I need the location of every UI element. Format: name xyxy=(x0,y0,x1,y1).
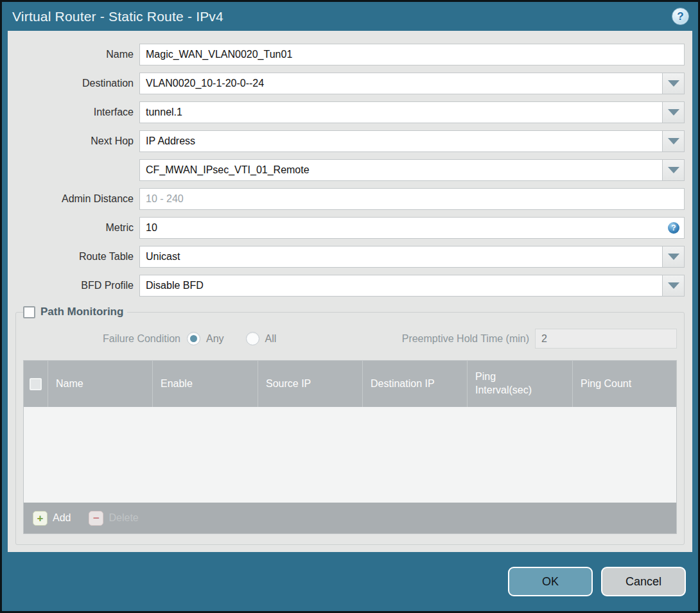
next-hop-type-input[interactable] xyxy=(139,130,663,152)
table-header-source-ip[interactable]: Source IP xyxy=(258,361,362,407)
radio-all-icon[interactable] xyxy=(246,332,259,345)
delete-button-label: Delete xyxy=(109,512,138,524)
destination-dropdown-button[interactable] xyxy=(663,73,685,94)
minus-icon: − xyxy=(89,511,103,526)
interface-label: Interface xyxy=(15,107,139,118)
dialog-title: Virtual Router - Static Route - IPv4 xyxy=(12,9,223,24)
bfd-profile-input[interactable] xyxy=(139,275,663,297)
radio-any-icon[interactable] xyxy=(187,332,200,345)
interface-input[interactable] xyxy=(139,101,663,123)
bfd-profile-label: BFD Profile xyxy=(15,280,139,291)
table-header-ping-interval[interactable]: Ping Interval(sec) xyxy=(467,361,572,407)
add-button[interactable]: + Add xyxy=(33,511,71,526)
table-header-enable[interactable]: Enable xyxy=(152,361,258,407)
chevron-down-icon xyxy=(668,282,679,289)
preemptive-hold-time-label: Preemptive Hold Time (min) xyxy=(402,333,535,345)
table-body-empty xyxy=(24,407,676,503)
failure-condition-row: Failure Condition Any All Preemptive Hol… xyxy=(23,329,677,349)
name-input[interactable] xyxy=(139,44,685,65)
route-table-label: Route Table xyxy=(15,251,139,263)
form-row-route-table: Route Table xyxy=(15,246,685,268)
form-row-next-hop: Next Hop xyxy=(15,130,685,152)
next-hop-label: Next Hop xyxy=(15,135,139,147)
cancel-button[interactable]: Cancel xyxy=(601,567,686,596)
path-monitoring-section: Path Monitoring Failure Condition Any Al… xyxy=(15,306,685,545)
metric-help-icon[interactable]: ? xyxy=(668,222,679,234)
title-bar: Virtual Router - Static Route - IPv4 ? xyxy=(2,2,698,31)
select-all-checkbox[interactable] xyxy=(30,378,42,390)
delete-button[interactable]: − Delete xyxy=(89,511,138,526)
form-row-bfd-profile: BFD Profile xyxy=(15,275,685,297)
ok-button[interactable]: OK xyxy=(508,567,593,596)
failure-condition-label: Failure Condition xyxy=(23,333,187,345)
form-row-destination: Destination xyxy=(15,73,685,94)
form-row-interface: Interface xyxy=(15,101,685,123)
path-monitoring-legend: Path Monitoring xyxy=(23,306,127,318)
next-hop-address-dropdown-button[interactable] xyxy=(663,159,685,181)
radio-option-any[interactable]: Any xyxy=(187,332,224,345)
chevron-down-icon xyxy=(668,80,679,87)
bfd-profile-dropdown-button[interactable] xyxy=(663,275,685,297)
radio-all-label: All xyxy=(265,333,277,345)
dialog-body: Name Destination Interface xyxy=(8,31,692,552)
plus-icon: + xyxy=(33,511,48,526)
radio-any-label: Any xyxy=(206,333,224,345)
dialog-frame: Virtual Router - Static Route - IPv4 ? N… xyxy=(2,2,698,611)
radio-option-all[interactable]: All xyxy=(246,332,277,345)
route-table-input[interactable] xyxy=(139,246,663,268)
path-monitoring-checkbox[interactable] xyxy=(23,306,35,318)
admin-distance-input[interactable] xyxy=(139,188,685,210)
table-header-ping-count[interactable]: Ping Count xyxy=(572,361,676,407)
table-toolbar: + Add − Delete xyxy=(24,503,676,533)
form-row-name: Name xyxy=(15,44,685,65)
chevron-down-icon xyxy=(668,138,679,144)
table-header-name[interactable]: Name xyxy=(48,361,152,407)
chevron-down-icon xyxy=(668,167,679,173)
table-header-row: Name Enable Source IP Destination IP Pin xyxy=(24,361,676,407)
preemptive-hold-time-group: Preemptive Hold Time (min) xyxy=(402,329,677,349)
interface-dropdown-button[interactable] xyxy=(663,101,685,123)
route-table-dropdown-button[interactable] xyxy=(663,246,685,268)
chevron-down-icon xyxy=(668,254,679,260)
destination-label: Destination xyxy=(15,78,139,89)
path-monitoring-table: Name Enable Source IP Destination IP Pin xyxy=(23,360,677,534)
help-icon[interactable]: ? xyxy=(672,8,689,25)
admin-distance-label: Admin Distance xyxy=(15,193,139,205)
metric-input[interactable] xyxy=(139,217,685,239)
metric-label: Metric xyxy=(15,222,139,234)
name-label: Name xyxy=(15,49,139,60)
add-button-label: Add xyxy=(53,512,71,524)
table-header-checkbox-cell xyxy=(24,361,48,407)
next-hop-dropdown-button[interactable] xyxy=(663,130,685,152)
form-row-admin-distance: Admin Distance xyxy=(15,188,685,210)
next-hop-address-input[interactable] xyxy=(139,159,663,181)
form-row-metric: Metric ? xyxy=(15,217,685,239)
form-row-next-hop-address xyxy=(15,159,685,181)
chevron-down-icon xyxy=(668,109,679,116)
dialog-window: Virtual Router - Static Route - IPv4 ? N… xyxy=(0,0,700,613)
destination-input[interactable] xyxy=(139,73,663,94)
table-header-destination-ip[interactable]: Destination IP xyxy=(362,361,467,407)
preemptive-hold-time-input[interactable] xyxy=(535,329,677,349)
dialog-footer: OK Cancel xyxy=(2,552,698,611)
path-monitoring-title: Path Monitoring xyxy=(40,306,123,318)
